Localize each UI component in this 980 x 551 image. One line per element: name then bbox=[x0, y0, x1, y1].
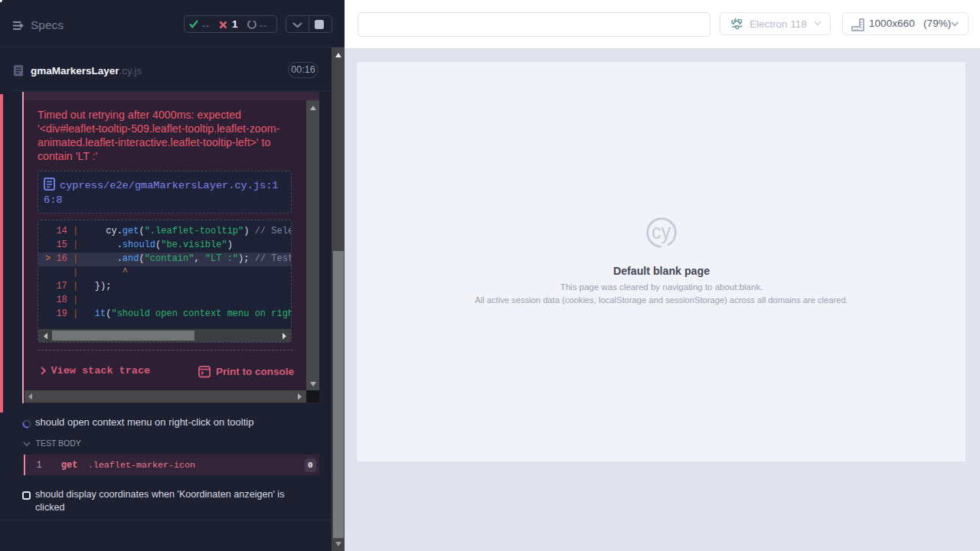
svg-text:cy: cy bbox=[652, 219, 671, 243]
